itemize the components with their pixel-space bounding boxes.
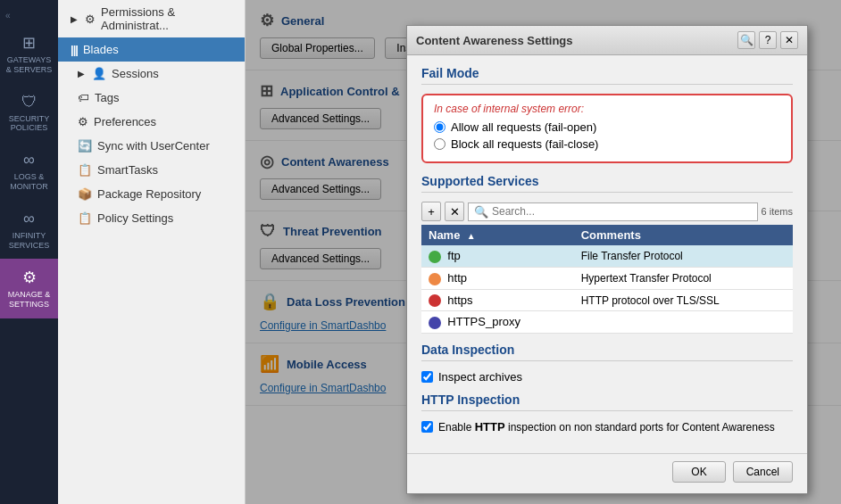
table-row[interactable]: https HTTP protocol over TLS/SSL [421,289,793,311]
inspect-archives-option: Inspect archives [421,370,793,384]
http-icon [429,273,441,285]
sidebar-item-policy-settings[interactable]: 📋 Policy Settings [58,206,245,230]
remove-service-button[interactable]: ✕ [445,202,464,221]
service-name-cell: ftp [421,245,574,267]
nav-infinity[interactable]: ∞ INFINITYSERVICES [0,201,58,260]
service-name-cell: HTTPS_proxy [421,311,574,334]
sidebar-item-blades[interactable]: ||| Blades [58,37,245,62]
dialog-title: Content Awareness Settings [416,34,573,47]
sessions-arrow-icon: ▶ [78,69,85,78]
table-row[interactable]: ftp File Transfer Protocol [421,245,793,267]
inspect-archives-checkbox[interactable] [421,371,433,383]
comments-column-header: Comments [574,225,793,245]
sessions-icon: 👤 [92,67,106,80]
service-comments-cell: File Transfer Protocol [574,245,793,267]
https-icon [429,294,441,307]
service-comments-cell: HTTP protocol over TLS/SSL [574,289,793,311]
http-inspection-checkbox[interactable] [421,421,433,433]
dialog-search-button[interactable]: 🔍 [737,31,755,49]
sidebar-item-sync[interactable]: 🔄 Sync with UserCenter [58,134,245,158]
sidebar-item-sessions[interactable]: ▶ 👤 Sessions [58,62,245,86]
security-icon: 🛡 [21,93,37,112]
http-inspection-option: Enable HTTP inspection on non standard p… [421,420,793,434]
nav-manage[interactable]: ⚙ MANAGE &SETTINGS [0,259,58,318]
http-inspection-label: Enable HTTP inspection on non standard p… [438,420,775,434]
nav-gateways[interactable]: ⊞ GATEWAYS& SERVERS [0,24,58,84]
name-column-header: Name ▲ [421,225,574,245]
ok-button[interactable]: OK [672,461,725,483]
fail-close-radio[interactable] [434,138,445,150]
sidebar-sessions-label: Sessions [112,67,159,80]
sidebar-item-smarttasks[interactable]: 📋 SmartTasks [58,158,245,182]
gateways-icon: ⊞ [22,33,36,53]
services-toolbar: + ✕ 🔍 6 items [421,202,793,221]
content-awareness-dialog: Content Awareness Settings 🔍 ? ✕ Fail Mo… [406,25,808,494]
dialog-body: Fail Mode In case of internal system err… [407,55,807,453]
nav-logs[interactable]: ∞ LOGS &MONITOR [0,142,58,201]
search-icon: 🔍 [474,205,488,219]
smarttasks-icon: 📋 [78,163,92,177]
sidebar: ▶ ⚙ Permissions & Administrat... ||| Bla… [58,0,246,504]
services-search-input[interactable] [492,205,752,218]
fail-close-label: Block all requests (fail-close) [451,137,598,151]
logs-icon: ∞ [23,151,35,169]
main-content: ⚙ General Global Properties... Ins ⊞ App… [246,0,841,504]
sidebar-item-package-repo[interactable]: 📦 Package Repository [58,182,245,206]
package-repo-icon: 📦 [78,187,92,201]
fail-open-radio[interactable] [434,121,445,133]
services-search-box: 🔍 [468,202,758,221]
http-inspection-title: HTTP Inspection [421,392,793,411]
fail-open-label: Allow all requests (fail-open) [451,120,596,134]
fail-open-option: Allow all requests (fail-open) [434,120,780,134]
dialog-help-button[interactable]: ? [759,31,777,49]
sort-arrow-icon: ▲ [467,231,476,241]
sidebar-smarttasks-label: SmartTasks [97,163,158,177]
cancel-button[interactable]: Cancel [733,461,793,483]
items-count: 6 items [762,206,793,217]
http-inspection-section: HTTP Inspection Enable HTTP inspection o… [421,392,793,434]
ftp-icon [429,251,441,263]
nav-manage-label: MANAGE &SETTINGS [8,290,51,310]
policy-settings-icon: 📋 [78,211,92,225]
left-navigation: « ⊞ GATEWAYS& SERVERS 🛡 SECURITYPOLICIES… [0,0,58,504]
dialog-close-button[interactable]: ✕ [780,31,798,49]
service-comments-cell: Hypertext Transfer Protocol [574,267,793,289]
data-inspection-title: Data Inspection [421,343,793,361]
table-row[interactable]: HTTPS_proxy [421,311,793,334]
dialog-titlebar: Content Awareness Settings 🔍 ? ✕ [407,26,807,55]
fail-mode-section: Fail Mode In case of internal system err… [421,66,793,163]
sidebar-package-repo-label: Package Repository [97,187,201,201]
internal-error-label: In case of internal system error: [434,103,780,115]
sidebar-blades-label: Blades [83,43,119,56]
sidebar-item-permissions[interactable]: ▶ ⚙ Permissions & Administrat... [58,0,245,37]
sidebar-permissions-label: Permissions & Administrat... [101,5,236,32]
sidebar-tags-label: Tags [95,91,119,104]
permissions-icon: ⚙ [85,12,96,26]
sidebar-policy-settings-label: Policy Settings [97,211,173,225]
sidebar-preferences-label: Preferences [94,115,156,128]
nav-security[interactable]: 🛡 SECURITYPOLICIES [0,84,58,143]
sidebar-item-preferences[interactable]: ⚙ Preferences [58,110,245,134]
preferences-icon: ⚙ [78,115,88,128]
collapse-arrow[interactable]: « [0,7,16,24]
table-row[interactable]: http Hypertext Transfer Protocol [421,267,793,289]
permissions-arrow-icon: ▶ [71,14,78,24]
sync-icon: 🔄 [78,139,92,153]
service-name-cell: http [421,267,574,289]
dialog-controls: 🔍 ? ✕ [737,31,798,49]
dialog-footer: OK Cancel [407,453,807,493]
sidebar-sync-label: Sync with UserCenter [97,139,210,153]
nav-security-label: SECURITYPOLICIES [9,114,50,134]
nav-infinity-label: INFINITYSERVICES [9,231,49,251]
add-service-button[interactable]: + [421,202,441,221]
fail-mode-box: In case of internal system error: Allow … [421,94,793,163]
supported-services-title: Supported Services [421,174,793,193]
nav-gateways-label: GATEWAYS& SERVERS [6,55,52,75]
sidebar-item-tags[interactable]: 🏷 Tags [58,86,245,110]
fail-close-option: Block all requests (fail-close) [434,137,780,151]
data-inspection-section: Data Inspection Inspect archives [421,343,793,384]
supported-services-section: Supported Services + ✕ 🔍 6 items Name [421,174,793,334]
inspect-archives-label: Inspect archives [438,370,522,384]
infinity-icon: ∞ [23,210,35,228]
manage-icon: ⚙ [22,268,37,287]
